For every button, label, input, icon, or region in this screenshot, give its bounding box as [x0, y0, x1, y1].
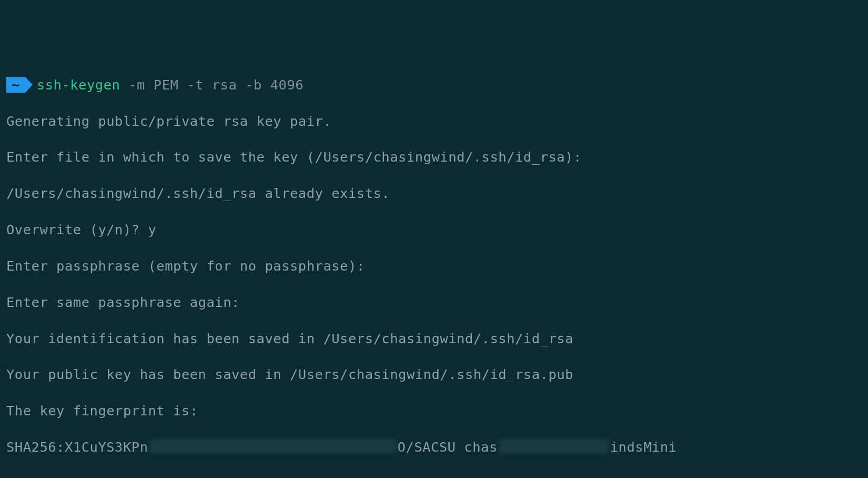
- fingerprint-line: SHA256:X1CuYS3KPnO/SACSU chasindsMini: [6, 438, 862, 456]
- redacted-host: [499, 439, 609, 453]
- prompt-badge: ~: [6, 77, 25, 93]
- output-line: /Users/chasingwind/.ssh/id_rsa already e…: [6, 184, 862, 202]
- command-args: -m PEM -t rsa -b 4096: [120, 77, 304, 93]
- output-line: The key fingerprint is:: [6, 402, 862, 420]
- redacted-fingerprint: [149, 439, 397, 453]
- output-line: Enter file in which to save the key (/Us…: [6, 148, 862, 166]
- output-line: Enter same passphrase again:: [6, 293, 862, 311]
- fp-part: O/SACSU chas: [398, 439, 498, 455]
- output-line: Your identification has been saved in /U…: [6, 330, 862, 347]
- command-name: ssh-keygen: [37, 77, 120, 93]
- output-line: Your public key has been saved in /Users…: [6, 365, 862, 383]
- output-line: The key's randomart image is:: [6, 474, 862, 478]
- command-line[interactable]: ~ssh-keygen -m PEM -t rsa -b 4096: [6, 76, 862, 94]
- output-line: Enter passphrase (empty for no passphras…: [6, 257, 862, 275]
- fp-part: indsMini: [610, 439, 677, 455]
- output-line: Overwrite (y/n)? y: [6, 221, 862, 238]
- output-line: Generating public/private rsa key pair.: [6, 112, 862, 130]
- fp-part: SHA256:X1CuYS3KPn: [6, 439, 148, 455]
